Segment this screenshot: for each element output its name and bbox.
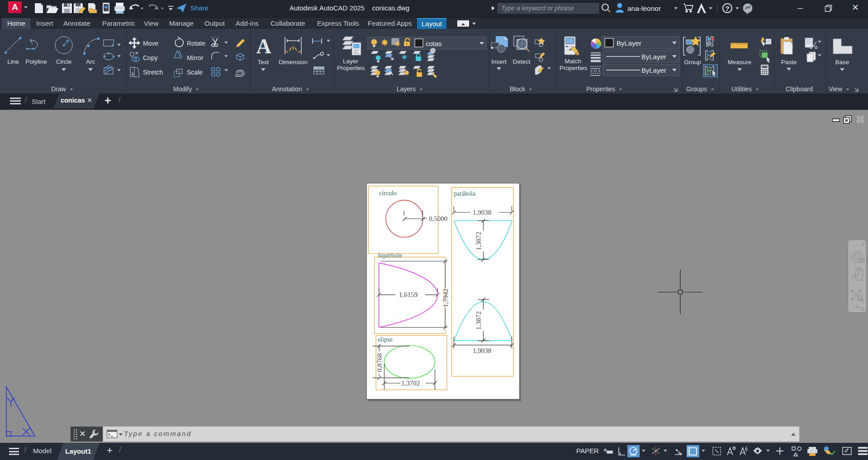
svg-text:ana-leonor: ana-leonor [627, 5, 661, 12]
svg-text:1,3702: 1,3702 [401, 380, 420, 387]
svg-text:ByLayer: ByLayer [617, 39, 641, 47]
svg-text:parábola: parábola [454, 190, 476, 197]
svg-text:ByLayer: ByLayer [641, 53, 666, 61]
svg-text:1,7942: 1,7942 [442, 289, 449, 307]
svg-text:cotas: cotas [426, 40, 442, 47]
svg-text:1,9038: 1,9038 [473, 347, 491, 354]
svg-text:1,3872: 1,3872 [475, 232, 482, 250]
svg-text:1,6159: 1,6159 [399, 291, 417, 298]
svg-text:hipérbole: hipérbole [378, 252, 402, 259]
svg-text:Share: Share [190, 4, 209, 12]
svg-text:ByLayer: ByLayer [641, 66, 666, 74]
svg-text:círculo: círculo [379, 190, 397, 197]
svg-text:0,5000: 0,5000 [429, 215, 447, 222]
svg-text:elipse: elipse [378, 336, 393, 343]
svg-text:?: ? [725, 5, 729, 12]
svg-text:A: A [256, 35, 271, 58]
svg-text:2D: 2D [859, 258, 865, 263]
svg-text:1,3872: 1,3872 [475, 311, 482, 330]
svg-text:0,8768: 0,8768 [376, 353, 383, 372]
svg-text:1,9038: 1,9038 [473, 209, 491, 216]
